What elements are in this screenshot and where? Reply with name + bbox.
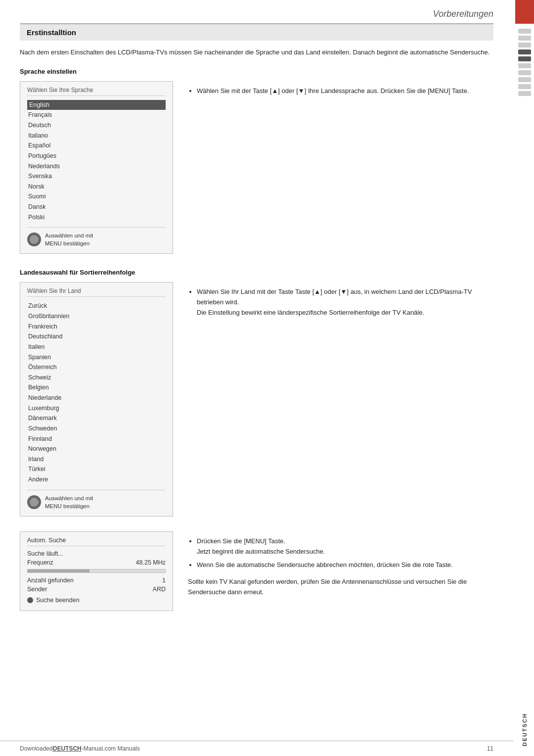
page-wrapper: DEUTSCH Vorbereitungen Erstinstalltion N… <box>0 0 534 756</box>
language-item: Français <box>27 110 166 120</box>
tab-line <box>518 84 531 89</box>
page-footer: DownloadedDEUTSCH-Manual.com Manuals 11 <box>0 741 513 756</box>
autosearch-freq-value: 48.25 MHz <box>136 559 166 566</box>
language-item: Nederlands <box>27 161 166 172</box>
autosearch-bullet2: Wenn Sie die automatische Sendersuche ab… <box>197 560 493 570</box>
footer-downloaded: Downloaded <box>20 745 53 752</box>
autosearch-row4: Sender ARD <box>27 586 166 593</box>
language-item: English <box>27 100 166 110</box>
language-item: Italiano <box>27 131 166 141</box>
sprache-bullet: Wählen Sie mit der Taste [▲] oder [▼] Ih… <box>197 86 493 96</box>
menu-icon-landes <box>27 495 41 509</box>
autosearch-found-label: Anzahl gefunden <box>27 577 74 584</box>
landes-menu-box: Wählen Sie Ihr Land ZurückGroßbritannien… <box>20 282 173 516</box>
sprache-footer-text: Auswählen und mit MENU bestätigen <box>45 232 93 247</box>
autosearch-row1-label: Suche läuft... <box>27 550 63 557</box>
autosearch-end-row: Suche beenden <box>27 597 166 604</box>
autosearch-progress-bar <box>28 569 89 572</box>
menu-icon-sprache <box>27 233 41 246</box>
language-item: Español <box>27 141 166 151</box>
landes-country-list: ZurückGroßbritannienFrankreichDeutschlan… <box>27 301 166 484</box>
section-title-bar: Erstinstalltion <box>20 23 493 41</box>
autosearch-additional: Sollte kein TV Kanal gefunden werden, pr… <box>188 577 493 598</box>
country-item: Deutschland <box>27 331 166 342</box>
country-item: Luxemburg <box>27 403 166 414</box>
autosearch-row2: Frequenz 48.25 MHz <box>27 559 166 566</box>
landes-bullet: Wählen Sie Ihr Land mit der Taste Taste … <box>197 287 493 318</box>
end-dot-icon <box>27 597 33 603</box>
autosearch-left: Autom. Suche Suche läuft... Frequenz 48.… <box>20 531 173 611</box>
tab-line <box>518 63 531 68</box>
language-item: Suomi <box>27 191 166 202</box>
tab-lines-container <box>515 24 534 713</box>
header-title: Vorbereitungen <box>433 9 493 19</box>
section-title: Erstinstalltion <box>27 28 487 37</box>
landes-menu-footer: Auswählen und mit MENU bestätigen <box>27 490 166 510</box>
language-item: Norsk <box>27 182 166 192</box>
sprache-menu-footer: Auswählen und mit MENU bestätigen <box>27 227 166 247</box>
sprache-menu-box: Wählen Sie Ihre Sprache EnglishFrançaisD… <box>20 81 173 254</box>
tab-line <box>518 36 531 41</box>
autosearch-sender-label: Sender <box>27 586 47 593</box>
country-item: Irland <box>27 454 166 465</box>
sprache-left: Wählen Sie Ihre Sprache EnglishFrançaisD… <box>20 81 173 254</box>
right-tab: DEUTSCH <box>515 0 534 756</box>
main-content: Vorbereitungen Erstinstalltion Nach dem … <box>0 0 513 646</box>
tab-line <box>518 29 531 34</box>
country-item: Norwegen <box>27 444 166 454</box>
country-item: Spanien <box>27 352 166 363</box>
landes-footer-line2: MENU bestätigen <box>45 502 93 510</box>
autosearch-right: Drücken Sie die [MENU] Taste. Jetzt begi… <box>188 531 493 611</box>
sprache-footer-line1: Auswählen und mit <box>45 232 93 239</box>
autosearch-end-label: Suche beenden <box>36 597 80 604</box>
language-item: Deutsch <box>27 120 166 131</box>
tab-line <box>518 70 531 75</box>
language-item: Polski <box>27 212 166 223</box>
sprache-footer-line2: MENU bestätigen <box>45 239 93 247</box>
footer-bold: DEUTSCH <box>53 745 82 752</box>
landes-footer-text: Auswählen und mit MENU bestätigen <box>45 494 93 510</box>
menu-icon-inner-landes <box>30 498 39 507</box>
menu-icon-inner-sprache <box>30 235 39 244</box>
country-item: Belgien <box>27 382 166 393</box>
sprache-bullet-list: Wählen Sie mit der Taste [▲] oder [▼] Ih… <box>188 86 493 96</box>
sprache-section: Wählen Sie Ihre Sprache EnglishFrançaisD… <box>20 81 493 254</box>
country-item: Türkei <box>27 464 166 474</box>
country-item: Italien <box>27 342 166 352</box>
language-item: Portugûes <box>27 151 166 161</box>
landes-section: Wählen Sie Ihr Land ZurückGroßbritannien… <box>20 282 493 516</box>
language-item: Dansk <box>27 202 166 212</box>
autosearch-section: Autom. Suche Suche läuft... Frequenz 48.… <box>20 531 493 611</box>
language-item: Svenska <box>27 171 166 182</box>
sprache-heading: Sprache einstellen <box>20 68 493 75</box>
sprache-right: Wählen Sie mit der Taste [▲] oder [▼] Ih… <box>188 81 493 254</box>
footer-left: DownloadedDEUTSCH-Manual.com Manuals <box>20 745 140 752</box>
country-item: Andere <box>27 474 166 485</box>
country-item: Finnland <box>27 434 166 444</box>
sprache-language-list: EnglishFrançaisDeutschItalianoEspañolPor… <box>27 100 166 223</box>
country-item: Niederlande <box>27 393 166 403</box>
country-item: Zurück <box>27 301 166 311</box>
country-item: Frankreich <box>27 322 166 332</box>
country-item: Dänemark <box>27 413 166 424</box>
tab-line <box>518 49 531 54</box>
tab-line <box>518 43 531 47</box>
landes-footer-line1: Auswählen und mit <box>45 494 93 502</box>
intro-text: Nach dem ersten Einschalten des LCD/Plas… <box>20 47 493 58</box>
tab-red-block <box>515 0 534 24</box>
autosearch-bullet1: Drücken Sie die [MENU] Taste. Jetzt begi… <box>197 536 493 557</box>
landes-bullet-list: Wählen Sie Ihr Land mit der Taste Taste … <box>188 287 493 318</box>
autosearch-row1: Suche läuft... <box>27 550 166 557</box>
footer-suffix: -Manual.com Manuals <box>82 745 140 752</box>
tab-line <box>518 91 531 96</box>
autosearch-box: Autom. Suche Suche läuft... Frequenz 48.… <box>20 531 173 611</box>
footer-page-number: 11 <box>487 745 493 752</box>
landes-left: Wählen Sie Ihr Land ZurückGroßbritannien… <box>20 282 173 516</box>
landes-menu-title: Wählen Sie Ihr Land <box>27 287 166 297</box>
sprache-menu-title: Wählen Sie Ihre Sprache <box>27 87 166 96</box>
page-header: Vorbereitungen <box>20 0 493 23</box>
tab-line <box>518 77 531 82</box>
landes-right: Wählen Sie Ihr Land mit der Taste Taste … <box>188 282 493 516</box>
autosearch-found-value: 1 <box>162 577 166 584</box>
country-item: Großbritannien <box>27 311 166 322</box>
